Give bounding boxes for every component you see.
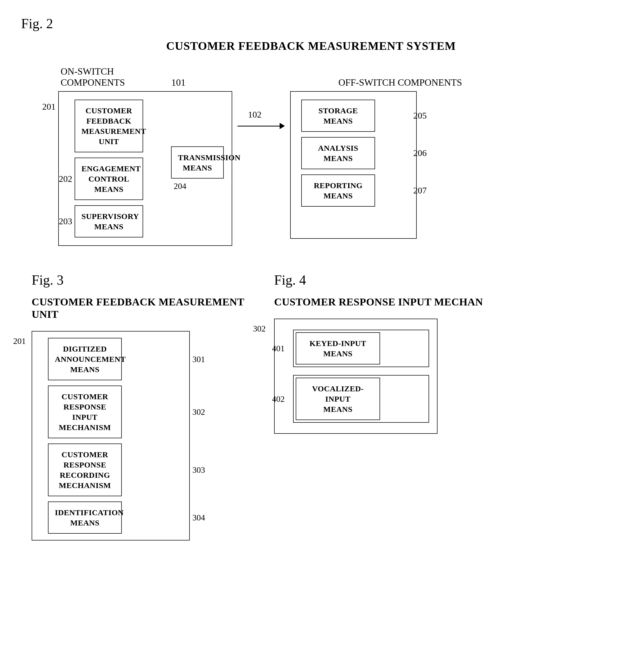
fig3-crim-box: CUSTOMER RESPONSE INPUT MECHANISM (48, 386, 122, 438)
analysis-box: ANALYSIS MEANS (301, 137, 375, 169)
cfmu-box: CUSTOMER FEEDBACK MEASUREMENT UNIT (75, 100, 143, 152)
arrow (238, 123, 285, 129)
ref-101: 101 (171, 77, 185, 88)
arrow-line (238, 126, 280, 127)
fig3-ref-201: 201 (13, 336, 26, 346)
ref-102: 102 (248, 110, 262, 120)
ref-207: 207 (413, 185, 427, 196)
ecm-box: ENGAGEMENT CONTROL MEANS (75, 157, 143, 200)
fig3-ref-301: 301 (193, 354, 205, 364)
fig4-kim-box: KEYED-INPUT MEANS (296, 332, 380, 364)
fig4-vim-item: 402 VOCALIZED- INPUT MEANS (293, 375, 429, 423)
fig2-section: Fig. 2 CUSTOMER FEEDBACK MEASUREMENT SYS… (21, 16, 601, 246)
ref-206: 206 (413, 148, 427, 158)
arrow-head (280, 123, 285, 129)
on-switch-outer-box: CUSTOMER FEEDBACK MEASUREMENT UNIT 202 E… (58, 91, 232, 246)
fig4-ref-402: 402 (272, 394, 285, 404)
fig3-idm-item: IDENTIFICATION MEANS 304 (48, 501, 184, 534)
storage-box: STORAGE MEANS (301, 100, 375, 132)
reporting-row: REPORTING MEANS 207 (301, 174, 408, 207)
fig4-kim-outer-border: KEYED-INPUT MEANS (293, 330, 429, 367)
analysis-row: ANALYSIS MEANS 206 (301, 137, 408, 169)
fig4-title: CUSTOMER RESPONSE INPUT MECHAN (274, 296, 490, 308)
ref-203: 203 (59, 216, 72, 226)
fig3-ref-302: 302 (193, 407, 205, 417)
storage-row: STORAGE MEANS 205 (301, 100, 408, 132)
tm-container: TRANSMISSION MEANS 204 (171, 146, 224, 191)
fig3-title: CUSTOMER FEEDBACK MEASUREMENT UNIT (32, 296, 248, 320)
fig3-ref-304: 304 (193, 513, 205, 523)
fig3-crrm-item: CUSTOMER RESPONSE RECORDING MECHANISM 30… (48, 444, 184, 496)
ref-204: 204 (171, 181, 224, 191)
fig2-title: CUSTOMER FEEDBACK MEASUREMENT SYSTEM (21, 39, 601, 53)
fig4-ref-401: 401 (272, 344, 285, 353)
fig4-section: Fig. 4 CUSTOMER RESPONSE INPUT MECHAN 30… (274, 272, 490, 434)
fig3-ref-303: 303 (193, 465, 205, 475)
sm-box: SUPERVISORY MEANS (75, 205, 143, 238)
ref-201-fig2: 201 (42, 91, 56, 112)
fig3-idm-box: IDENTIFICATION MEANS (48, 501, 122, 534)
reporting-box: REPORTING MEANS (301, 174, 375, 207)
cfmu-item: CUSTOMER FEEDBACK MEASUREMENT UNIT (75, 100, 224, 152)
fig4-ref-302: 302 (253, 324, 266, 333)
fig3-section: Fig. 3 CUSTOMER FEEDBACK MEASUREMENT UNI… (32, 272, 248, 540)
tm-box: TRANSMISSION MEANS (171, 146, 224, 178)
ref-205: 205 (413, 111, 427, 121)
fig3-label: Fig. 3 (32, 272, 248, 288)
fig3-outer-box: DIGITIZED ANNOUNCEMENT MEANS 301 CUSTOME… (32, 331, 190, 540)
fig2-label: Fig. 2 (21, 16, 601, 31)
fig4-label: Fig. 4 (274, 272, 490, 288)
fig4-vim-outer-border: VOCALIZED- INPUT MEANS (293, 375, 429, 423)
fig3-crrm-box: CUSTOMER RESPONSE RECORDING MECHANISM (48, 444, 122, 496)
off-switch-wrapper: STORAGE MEANS 205 ANALYSIS MEANS 206 REP… (290, 91, 417, 239)
fig4-diagram: 302 401 KEYED-INPUT MEANS 402 (274, 319, 490, 434)
fig4-outer-box: 401 KEYED-INPUT MEANS 402 VOCALIZED- INP (274, 319, 438, 434)
off-switch-outer-box: STORAGE MEANS 205 ANALYSIS MEANS 206 REP… (290, 91, 417, 239)
fig3-diagram: 201 DIGITIZED ANNOUNCEMENT MEANS 301 CUS… (32, 331, 248, 540)
ref-202: 202 (59, 174, 72, 184)
fig3-crim-item: CUSTOMER RESPONSE INPUT MECHANISM 302 (48, 386, 184, 438)
fig3-dam-item: DIGITIZED ANNOUNCEMENT MEANS 301 (48, 338, 184, 380)
bottom-section: Fig. 3 CUSTOMER FEEDBACK MEASUREMENT UNI… (32, 272, 601, 540)
on-switch-label: ON-SWITCH COMPONENTS (61, 66, 161, 88)
off-switch-label: OFF-SWITCH COMPONENTS (338, 77, 462, 88)
sm-row: 203 SUPERVISORY MEANS (75, 205, 224, 238)
arrow-area: 102 (232, 91, 290, 129)
fig4-vim-box: VOCALIZED- INPUT MEANS (296, 378, 380, 420)
fig4-kim-item: 401 KEYED-INPUT MEANS (293, 330, 429, 367)
fig3-dam-box: DIGITIZED ANNOUNCEMENT MEANS (48, 338, 122, 380)
